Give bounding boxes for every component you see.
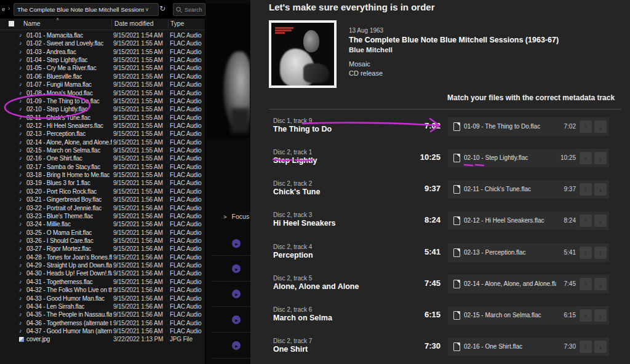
file-row[interactable]: ♪ 02-10 - Step Lightly.flac 9/15/2021 1:… — [0, 105, 205, 113]
play-button[interactable]: ▶ — [232, 315, 241, 324]
matched-file-card[interactable]: 01-09 - The Thing to Do.flac 7:02 ↑ ↓ — [448, 117, 609, 136]
file-row[interactable]: ♪ 04-35 - The People in Nassau.flac 9/15… — [0, 311, 205, 318]
move-down-button[interactable]: ↓ — [594, 121, 607, 133]
file-name[interactable]: 03-19 - Blues 3 for 1.flac — [26, 179, 90, 187]
play-button[interactable]: ▶ — [232, 290, 241, 298]
file-row[interactable]: ♪ 04-32 - The Folks Who Live on the Hill… — [0, 286, 205, 294]
file-name[interactable]: 01-03 - Andrea.flac — [26, 48, 76, 56]
file-row[interactable]: ♪ 03-21 - Gingerbread Boy.flac 9/15/2021… — [0, 196, 205, 204]
focus-control[interactable]: >Focus — [223, 213, 249, 220]
file-row[interactable]: ♪ 01-01 - Mamacita.flac 9/15/2021 1:54 A… — [0, 31, 205, 39]
file-row[interactable]: ♪ 04-29 - Straight Up and Down.flac 9/15… — [0, 261, 205, 269]
file-row[interactable]: ♪ 01-02 - Sweet and Lovely.flac 9/15/202… — [0, 39, 205, 47]
column-divider[interactable] — [111, 20, 112, 28]
file-row[interactable]: ♪ 04-34 - Len Sirrah.flac 9/15/2021 1:56… — [0, 303, 205, 311]
move-down-button[interactable]: ↓ — [594, 215, 607, 227]
file-name[interactable]: 03-24 - Millie.flac — [26, 220, 71, 228]
file-row[interactable]: cover.jpg 3/22/2022 1:13 PM JPG File — [0, 335, 205, 343]
address-path[interactable]: The Complete Blue Note Blue Mitchell Ses… — [14, 6, 144, 13]
file-name[interactable]: 04-30 - Heads Up! Feet Down!.flac — [26, 269, 112, 277]
play-button[interactable]: ▶ — [232, 264, 241, 273]
file-name[interactable]: 02-10 - Step Lightly.flac — [26, 105, 87, 113]
file-name[interactable]: 01-04 - Step Lightly.flac — [26, 56, 87, 64]
file-name[interactable]: 04-28 - Tones for Joan's Bones.flac — [26, 253, 112, 261]
file-name[interactable]: 04-35 - The People in Nassau.flac — [26, 311, 112, 318]
file-name[interactable]: 03-18 - Bring It Home to Me.flac — [26, 171, 110, 179]
file-row[interactable]: ♪ 01-04 - Step Lightly.flac 9/15/2021 1:… — [0, 56, 205, 64]
file-row[interactable]: ♪ 03-18 - Bring It Home to Me.flac 9/15/… — [0, 171, 205, 179]
file-row[interactable]: ♪ 01-09 - The Thing to Do.flac 9/15/2021… — [0, 97, 205, 105]
file-row[interactable]: ♪ 01-03 - Andrea.flac 9/15/2021 1:55 AM … — [0, 48, 205, 56]
file-row[interactable]: ♪ 03-25 - O Mama Enit.flac 9/15/2021 1:5… — [0, 229, 205, 237]
file-name[interactable]: 01-02 - Sweet and Lovely.flac — [26, 39, 103, 47]
move-up-button[interactable]: ↑ — [580, 183, 592, 196]
file-name[interactable]: 03-20 - Port Rico Rock.flac — [26, 188, 97, 196]
file-row[interactable]: ♪ 04-30 - Heads Up! Feet Down!.flac 9/15… — [0, 269, 205, 277]
column-type[interactable]: Type — [170, 20, 184, 27]
file-name[interactable]: 04-36 - Togetherness (alternate take).fl… — [26, 319, 112, 327]
move-up-button[interactable]: ↑ — [580, 309, 592, 322]
file-row[interactable]: ♪ 01-08 - Mona's Mood.flac 9/15/2021 1:5… — [0, 89, 205, 97]
move-up-button[interactable]: ↑ — [580, 247, 592, 259]
matched-file-card[interactable]: 02-13 - Perception.flac 5:41 ↑ ↓ — [448, 243, 609, 262]
matched-file-card[interactable]: 02-14 - Alone, Alone, and Alone.flac 7:4… — [448, 275, 609, 293]
file-name[interactable]: 04-31 - Togetherness.flac — [26, 278, 93, 286]
file-name[interactable]: 03-25 - O Mama Enit.flac — [26, 229, 92, 237]
file-row[interactable]: ♪ 03-20 - Port Rico Rock.flac 9/15/2021 … — [0, 188, 205, 196]
file-row[interactable]: ♪ 03-26 - I Should Care.flac 9/15/2021 1… — [0, 237, 205, 245]
move-down-button[interactable]: ↓ — [594, 341, 607, 353]
file-row[interactable]: ♪ 04-28 - Tones for Joan's Bones.flac 9/… — [0, 253, 205, 261]
column-date-modified[interactable]: Date modified — [114, 20, 154, 27]
play-button[interactable]: ▶ — [232, 341, 241, 350]
file-row[interactable]: ♪ 02-17 - Samba de Stacy.flac 9/15/2021 … — [0, 163, 205, 171]
file-name[interactable]: 03-27 - Rigor Mortez.flac — [26, 245, 91, 253]
file-name[interactable]: 04-37 - Good Humor Man (alternate t... — [26, 327, 112, 335]
file-name[interactable]: 02-11 - Chick's Tune.flac — [26, 114, 90, 122]
matched-file-card[interactable]: 02-11 - Chick's Tune.flac 9:37 ↑ ↓ — [448, 180, 609, 199]
file-row[interactable]: ♪ 02-14 - Alone, Alone, and Alone.flac 9… — [0, 138, 205, 146]
file-name[interactable]: 01-06 - Bluesville.flac — [26, 73, 82, 81]
file-row[interactable]: ♪ 04-31 - Togetherness.flac 9/15/2021 1:… — [0, 278, 205, 286]
file-row[interactable]: ♪ 02-13 - Perception.flac 9/15/2021 1:55… — [0, 130, 205, 138]
matched-file-card[interactable]: 02-12 - Hi Heel Sneakers.flac 8:24 ↑ ↓ — [448, 212, 609, 230]
file-name[interactable]: 04-34 - Len Sirrah.flac — [26, 303, 84, 311]
file-row[interactable]: ♪ 03-22 - Portrait of Jennie.flac 9/15/2… — [0, 204, 205, 212]
file-name[interactable]: 03-23 - Blue's Theme.flac — [26, 212, 93, 220]
file-row[interactable]: ♪ 03-24 - Millie.flac 9/15/2021 1:56 AM … — [0, 220, 205, 228]
move-down-button[interactable]: ↓ — [594, 309, 607, 322]
move-up-button[interactable]: ↑ — [580, 215, 592, 227]
file-name[interactable]: 02-12 - Hi Heel Sneakers.flac — [26, 122, 103, 130]
file-name[interactable]: 03-26 - I Should Care.flac — [26, 237, 94, 245]
file-row[interactable]: ♪ 01-06 - Bluesville.flac 9/15/2021 1:55… — [0, 73, 205, 81]
file-row[interactable]: ♪ 03-27 - Rigor Mortez.flac 9/15/2021 1:… — [0, 245, 205, 253]
move-up-button[interactable]: ↑ — [580, 121, 592, 133]
column-name[interactable]: Name — [23, 20, 40, 27]
file-row[interactable]: ♪ 01-07 - Fungii Mama.flac 9/15/2021 1:5… — [0, 81, 205, 89]
file-row[interactable]: ♪ 04-37 - Good Humor Man (alternate t...… — [0, 327, 205, 335]
file-row[interactable]: ♪ 03-23 - Blue's Theme.flac 9/15/2021 1:… — [0, 212, 205, 220]
file-name[interactable]: 01-07 - Fungii Mama.flac — [26, 81, 92, 89]
search-box[interactable]: Search — [173, 3, 205, 16]
file-name[interactable]: 04-29 - Straight Up and Down.flac — [26, 261, 112, 269]
file-name[interactable]: 02-16 - One Shirt.flac — [26, 154, 82, 162]
file-row[interactable]: ♪ 02-16 - One Shirt.flac 9/15/2021 1:55 … — [0, 154, 205, 162]
move-up-button[interactable]: ↑ — [580, 341, 592, 353]
move-down-button[interactable]: ↓ — [594, 247, 607, 259]
file-name[interactable]: 02-13 - Perception.flac — [26, 130, 86, 138]
file-row[interactable]: ♪ 03-19 - Blues 3 for 1.flac 9/15/2021 1… — [0, 179, 205, 187]
file-row[interactable]: ♪ 02-15 - March on Selma.flac 9/15/2021 … — [0, 146, 205, 154]
file-name[interactable]: 03-22 - Portrait of Jennie.flac — [26, 204, 102, 212]
column-divider[interactable] — [168, 20, 169, 28]
file-name[interactable]: 02-14 - Alone, Alone, and Alone.flac — [26, 138, 112, 146]
file-row[interactable]: ♪ 02-12 - Hi Heel Sneakers.flac 9/15/202… — [0, 122, 205, 130]
file-name[interactable]: 01-05 - Cry Me a River.flac — [26, 64, 97, 72]
file-name[interactable]: 02-15 - March on Selma.flac — [26, 146, 100, 154]
matched-file-card[interactable]: 02-16 - One Shirt.flac 7:30 ↑ ↓ — [448, 338, 609, 356]
breadcrumb[interactable]: e — [2, 6, 5, 12]
file-name[interactable]: 01-09 - The Thing to Do.flac — [26, 97, 100, 105]
file-name[interactable]: 04-32 - The Folks Who Live on the Hill..… — [26, 286, 112, 294]
address-dropdown-icon[interactable]: ∨ — [145, 7, 149, 12]
select-all-checkbox[interactable] — [9, 21, 14, 26]
file-name[interactable]: 04-33 - Good Humor Man.flac — [26, 295, 105, 303]
file-name[interactable]: 02-17 - Samba de Stacy.flac — [26, 163, 100, 171]
